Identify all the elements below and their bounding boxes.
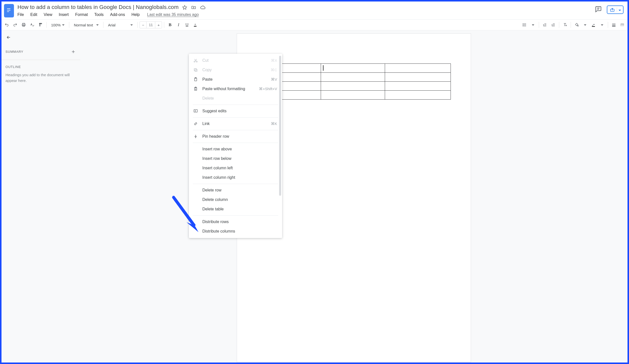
docs-home-icon[interactable] bbox=[4, 4, 14, 17]
ctx-paste-plain[interactable]: Paste without formatting ⌘+Shift+V bbox=[189, 84, 282, 93]
underline-button[interactable]: U bbox=[183, 21, 191, 29]
print-button[interactable] bbox=[20, 21, 27, 29]
last-edit-link[interactable]: Last edit was 35 minutes ago bbox=[147, 12, 199, 17]
doc-title[interactable]: How to add a column to tables in Google … bbox=[16, 3, 180, 11]
border-color-button[interactable] bbox=[590, 21, 597, 29]
outline-collapse-button[interactable] bbox=[5, 35, 76, 41]
open-comments-icon[interactable] bbox=[595, 6, 602, 14]
share-dropdown-caret[interactable] bbox=[617, 7, 621, 12]
menu-format[interactable]: Format bbox=[74, 12, 89, 17]
table-row[interactable] bbox=[257, 64, 451, 73]
table-cell[interactable] bbox=[321, 64, 385, 73]
menu-file[interactable]: File bbox=[16, 12, 25, 17]
toolbar: 100% Normal text Arial − 11 + B I U A bbox=[1, 19, 628, 30]
font-size-value[interactable]: 11 bbox=[146, 22, 155, 28]
table-cell[interactable] bbox=[385, 73, 451, 82]
redo-button[interactable] bbox=[11, 21, 19, 29]
ctx-link-label: Link bbox=[202, 121, 271, 126]
context-menu-scrollbar[interactable] bbox=[279, 56, 281, 196]
table-cell[interactable] bbox=[321, 73, 385, 82]
fill-color-button[interactable] bbox=[573, 21, 580, 29]
ctx-link[interactable]: Link ⌘K bbox=[189, 119, 282, 128]
font-family-select[interactable]: Arial bbox=[105, 22, 135, 28]
paste-icon bbox=[193, 77, 200, 82]
decrease-font-size-button[interactable]: − bbox=[140, 22, 146, 28]
font-value: Arial bbox=[108, 23, 115, 27]
ctx-delete-table[interactable]: Delete table bbox=[189, 204, 282, 214]
svg-point-21 bbox=[578, 25, 578, 26]
pin-icon bbox=[193, 134, 200, 139]
svg-rect-28 bbox=[622, 25, 623, 25]
ctx-paste-shortcut: ⌘V bbox=[271, 77, 277, 82]
clear-formatting-button[interactable] bbox=[561, 21, 569, 29]
border-color-caret[interactable] bbox=[598, 21, 606, 29]
italic-button[interactable]: I bbox=[175, 21, 182, 29]
line-spacing-button[interactable] bbox=[521, 21, 528, 29]
document-table[interactable] bbox=[257, 64, 451, 99]
menu-insert[interactable]: Insert bbox=[58, 12, 70, 17]
fill-color-caret[interactable] bbox=[581, 21, 589, 29]
border-style-button[interactable] bbox=[619, 21, 626, 29]
table-row[interactable] bbox=[257, 91, 451, 99]
ctx-suggest-edits[interactable]: Suggest edits bbox=[189, 106, 282, 116]
toolbar-divider bbox=[69, 22, 69, 28]
svg-rect-23 bbox=[612, 24, 616, 24]
ctx-cut: Cut ⌘X bbox=[189, 56, 282, 65]
svg-rect-2 bbox=[7, 11, 9, 12]
ctx-distribute-rows[interactable]: Distribute rows bbox=[189, 217, 282, 227]
font-size-stepper: − 11 + bbox=[140, 21, 162, 28]
ctx-pin-header-row[interactable]: Pin header row bbox=[189, 132, 282, 141]
blank-icon bbox=[193, 96, 200, 101]
context-menu-divider bbox=[193, 215, 278, 216]
star-icon[interactable] bbox=[182, 5, 187, 10]
outline-empty-text: Headings you add to the document will ap… bbox=[5, 71, 76, 84]
paragraph-style-select[interactable]: Normal text bbox=[71, 22, 101, 28]
toolbar-divider bbox=[164, 22, 164, 28]
increase-font-size-button[interactable]: + bbox=[155, 22, 162, 28]
cut-icon bbox=[193, 58, 200, 63]
undo-button[interactable] bbox=[3, 21, 10, 29]
table-cell[interactable] bbox=[385, 82, 451, 91]
spellcheck-button[interactable] bbox=[28, 21, 36, 29]
ctx-delete-row[interactable]: Delete row bbox=[189, 185, 282, 195]
share-button[interactable] bbox=[607, 5, 624, 14]
table-cell[interactable] bbox=[321, 82, 385, 91]
move-folder-icon[interactable] bbox=[191, 5, 196, 10]
paint-format-button[interactable] bbox=[37, 21, 44, 29]
ctx-insert-row-above[interactable]: Insert row above bbox=[189, 144, 282, 154]
table-cell[interactable] bbox=[321, 91, 385, 99]
document-canvas[interactable] bbox=[80, 30, 628, 363]
blank-icon bbox=[193, 156, 200, 161]
decrease-indent-button[interactable] bbox=[541, 21, 549, 29]
text-color-button[interactable]: A bbox=[192, 21, 199, 29]
ctx-paste[interactable]: Paste ⌘V bbox=[189, 75, 282, 84]
svg-rect-22 bbox=[592, 26, 595, 27]
outline-heading: OUTLINE bbox=[5, 62, 76, 71]
line-spacing-caret[interactable] bbox=[529, 21, 537, 29]
bold-button[interactable]: B bbox=[166, 21, 174, 29]
menu-tools[interactable]: Tools bbox=[93, 12, 104, 17]
menu-view[interactable]: View bbox=[43, 12, 53, 17]
ctx-insert-col-left[interactable]: Insert column left bbox=[189, 163, 282, 173]
ctx-distribute-columns[interactable]: Distribute columns bbox=[189, 227, 282, 236]
increase-indent-button[interactable] bbox=[550, 21, 557, 29]
table-cell[interactable] bbox=[385, 91, 451, 99]
ctx-insert-col-right[interactable]: Insert column right bbox=[189, 173, 282, 182]
ctx-delete-column[interactable]: Delete column bbox=[189, 195, 282, 204]
menu-help[interactable]: Help bbox=[130, 12, 141, 17]
border-width-button[interactable] bbox=[610, 21, 618, 29]
add-summary-button[interactable]: ＋ bbox=[71, 48, 76, 55]
menu-bar: File Edit View Insert Format Tools Add-o… bbox=[16, 11, 595, 19]
menu-edit[interactable]: Edit bbox=[29, 12, 38, 17]
svg-rect-31 bbox=[622, 26, 622, 26]
table-cell[interactable] bbox=[385, 64, 451, 73]
blank-icon bbox=[193, 188, 200, 193]
zoom-select[interactable]: 100% bbox=[49, 22, 67, 28]
menu-addons[interactable]: Add-ons bbox=[109, 12, 126, 17]
ctx-insert-row-below[interactable]: Insert row below bbox=[189, 154, 282, 163]
cloud-status-icon[interactable] bbox=[200, 5, 205, 10]
table-row[interactable] bbox=[257, 73, 451, 82]
ctx-pin-label: Pin header row bbox=[202, 134, 277, 139]
ctx-del-row-label: Delete row bbox=[202, 188, 277, 192]
table-row[interactable] bbox=[257, 82, 451, 91]
